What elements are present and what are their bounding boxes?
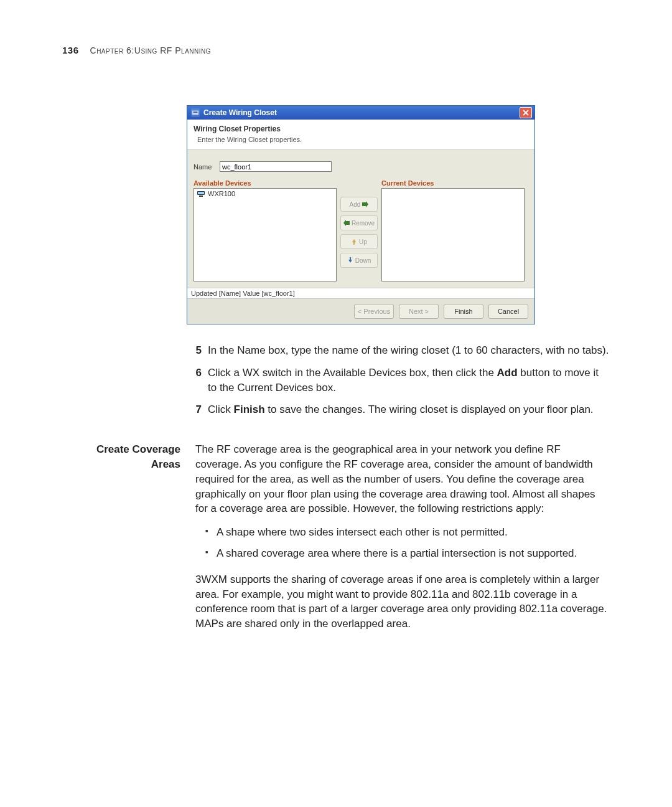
page-header: 136 Chapter 6: Using RF Planning [62,45,610,55]
name-label: Name [194,163,220,171]
svg-rect-5 [198,192,204,194]
next-button[interactable]: Next > [399,304,439,319]
close-icon[interactable] [520,107,532,118]
list-item[interactable]: WXR100 [194,189,336,199]
bullet-item: A shared coverage area where there is a … [205,546,610,561]
dialog-header-panel: Wiring Closet Properties Enter the Wirin… [187,120,534,150]
down-button[interactable]: Down [340,253,378,268]
list-item-label: WXR100 [208,190,235,197]
finish-button[interactable]: Finish [444,304,483,319]
up-button[interactable]: Up [340,234,378,249]
svg-marker-10 [348,257,352,263]
name-field[interactable] [220,161,332,172]
arrow-left-icon [343,220,350,226]
app-icon [191,108,200,117]
available-devices-label: Available Devices [194,179,337,187]
dialog-footer: < Previous Next > Finish Cancel [187,299,534,324]
device-icon [197,190,205,197]
step-number: 7 [187,402,202,417]
step-number: 6 [187,366,202,395]
cancel-button[interactable]: Cancel [488,304,528,319]
svg-marker-7 [362,201,368,207]
available-devices-list[interactable]: WXR100 [194,188,337,281]
chapter-prefix: Chapter 6: [90,45,134,55]
bullet-item: A shape where two sides intersect each o… [205,525,610,540]
svg-marker-8 [343,220,350,226]
current-devices-label: Current Devices [381,179,525,187]
chapter-title: Using RF Planning [134,45,211,55]
svg-marker-9 [352,239,356,245]
current-devices-list[interactable] [381,188,525,281]
arrow-up-icon [351,238,357,245]
step-text: Click Finish to save the changes. The wi… [208,402,610,417]
dialog-subheading: Enter the Wiring Closet properties. [197,136,528,143]
step-text: In the Name box, type the name of the wi… [208,343,610,358]
page-number: 136 [62,45,79,55]
arrow-down-icon [347,257,353,263]
svg-rect-6 [199,196,203,197]
svg-rect-1 [194,111,198,113]
restriction-bullets: A shape where two sides intersect each o… [205,525,610,561]
previous-button[interactable]: < Previous [354,304,394,319]
dialog-title: Create Wiring Closet [203,108,277,117]
dialog-titlebar: Create Wiring Closet [187,106,534,120]
arrow-right-icon [362,201,368,207]
section-create-coverage-areas: Create Coverage Areas The RF coverage ar… [62,442,610,640]
dialog-heading: Wiring Closet Properties [194,125,528,133]
section-paragraph: 3WXM supports the sharing of coverage ar… [195,572,610,631]
dialog-create-wiring-closet: Create Wiring Closet Wiring Closet Prope… [187,105,535,324]
instruction-steps: 5 In the Name box, type the name of the … [187,343,610,417]
add-button[interactable]: Add [340,197,378,212]
status-bar: Updated [Name] Value [wc_floor1] [187,288,534,299]
section-heading: Create Coverage Areas [62,442,195,640]
step-number: 5 [187,343,202,358]
step-text: Click a WX switch in the Available Devic… [208,366,610,395]
section-paragraph: The RF coverage area is the geographical… [195,442,610,516]
remove-button[interactable]: Remove [340,215,378,230]
